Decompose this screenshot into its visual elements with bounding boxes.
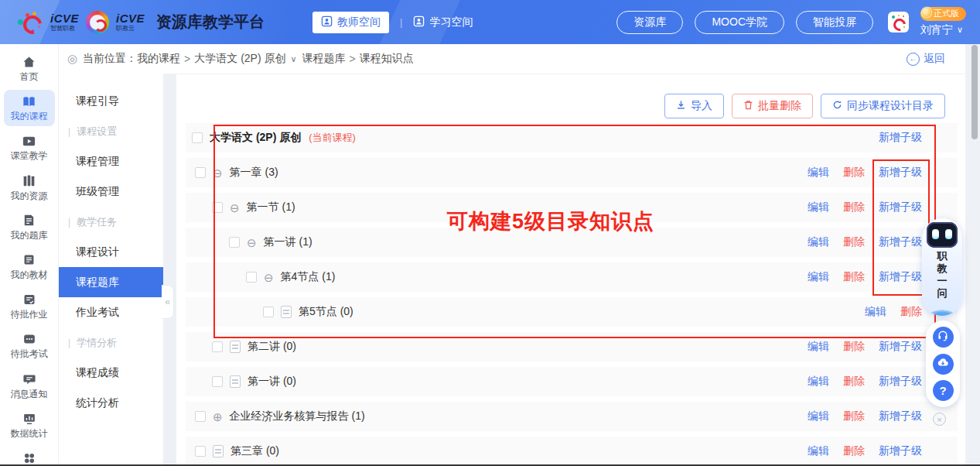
row-action-delete[interactable]: 删除	[900, 305, 922, 319]
sidebar-item-messages[interactable]: 消息通知	[4, 368, 55, 404]
row-checkbox[interactable]	[212, 341, 223, 352]
row-action-edit[interactable]: 编辑	[808, 375, 829, 389]
assistant-widget[interactable]: 职教一问	[922, 218, 962, 316]
download-button[interactable]	[933, 354, 954, 375]
icve-app-icon[interactable]	[888, 12, 909, 33]
row-checkbox[interactable]	[246, 272, 257, 283]
customer-service-button[interactable]	[933, 327, 954, 348]
brand1-text: iCVE 智慧职教	[50, 12, 79, 32]
row-action-add[interactable]: 新增子级	[879, 444, 922, 458]
row-action-delete[interactable]: 删除	[843, 444, 865, 458]
row-action-edit[interactable]: 编辑	[865, 305, 886, 319]
header-pill[interactable]: 智能投屏	[796, 11, 873, 34]
sidebar-item-my-courses[interactable]: 我的课程	[4, 90, 55, 126]
row-actions: 编辑删除新增子级	[808, 340, 922, 354]
collapse-toggle-icon[interactable]	[213, 167, 223, 179]
sidebar-item-home[interactable]: 首页	[4, 50, 55, 87]
header-pill[interactable]: 资源库	[616, 11, 683, 34]
row-action-edit[interactable]: 编辑	[808, 409, 829, 423]
row-action-delete[interactable]: 删除	[843, 235, 865, 249]
row-action-delete[interactable]: 删除	[843, 166, 865, 180]
submenu-item-course-bank[interactable]: 课程题库	[59, 267, 163, 297]
sidebar-collapse-handle[interactable]	[162, 285, 174, 319]
row-action-edit[interactable]: 编辑	[808, 200, 829, 214]
row-checkbox[interactable]	[195, 411, 206, 422]
user-area[interactable]: 正式版 刘宵宁	[920, 7, 966, 36]
sidebar-item-my-resources[interactable]: 我的资源	[4, 170, 55, 206]
row-checkbox[interactable]	[195, 446, 206, 457]
breadcrumb-caret-down-icon[interactable]	[291, 54, 297, 64]
space-switcher: 教师空间 学习空间	[312, 12, 473, 33]
breadcrumb-segment[interactable]: 大学语文 (2P) 原创	[194, 52, 285, 66]
row-action-edit[interactable]: 编辑	[808, 444, 829, 458]
student-space-tab[interactable]: 学习空间	[413, 15, 473, 29]
row-actions: 编辑删除新增子级	[808, 375, 922, 389]
help-button[interactable]	[933, 380, 954, 401]
row-checkbox[interactable]	[229, 237, 240, 248]
submenu-item-class-manage[interactable]: 班级管理	[59, 176, 163, 207]
submenu-item-course-manage[interactable]: 课程管理	[59, 146, 163, 176]
row-action-add[interactable]: 新增子级	[879, 235, 922, 249]
sync-directory-label: 同步课程设计目录	[847, 99, 934, 113]
row-action-add[interactable]: 新增子级	[879, 200, 922, 214]
back-button[interactable]: 返回	[907, 52, 945, 66]
sidebar-item-homework[interactable]: 待批作业	[4, 288, 55, 324]
batch-delete-button[interactable]: 批量删除	[732, 94, 813, 118]
row-action-edit[interactable]: 编辑	[808, 235, 829, 249]
sidebar-item-label: 消息通知	[11, 389, 48, 399]
sidebar-item-classroom[interactable]: 课堂教学	[4, 129, 55, 166]
breadcrumb-segment[interactable]: 我的课程	[137, 52, 180, 66]
row-action-delete[interactable]: 删除	[843, 375, 865, 389]
collapse-toggle-icon[interactable]	[264, 272, 274, 283]
collapse-toggle-icon[interactable]	[247, 237, 257, 248]
row-action-edit[interactable]: 编辑	[808, 270, 829, 284]
submenu-section-teaching-tasks: 教学任务	[59, 207, 163, 237]
top-header: iCVE 智慧职教 iCVE 职教云 资源库教学平台 教师空间 学习空间 资源库…	[0, 0, 980, 44]
row-action-add[interactable]: 新增子级	[879, 270, 922, 284]
sync-directory-button[interactable]: 同步课程设计目录	[821, 94, 945, 118]
submenu-item-homework-exam[interactable]: 作业考试	[59, 297, 163, 327]
row-action-delete[interactable]: 删除	[843, 200, 865, 214]
expand-toggle-icon[interactable]	[213, 411, 223, 423]
row-action-add[interactable]: 新增子级	[879, 131, 922, 145]
import-button[interactable]: 导入	[664, 94, 724, 118]
row-actions: 编辑删除新增子级	[808, 409, 922, 423]
row-action-edit[interactable]: 编辑	[808, 166, 829, 180]
row-checkbox[interactable]	[263, 307, 274, 317]
row-action-add[interactable]: 新增子级	[879, 409, 922, 423]
tree-node-label: 第二讲 (0)	[248, 340, 296, 354]
scrollbar-thumb[interactable]	[971, 45, 978, 139]
sidebar-item-my-bank[interactable]: 我的题库	[4, 209, 55, 245]
breadcrumb-segment[interactable]: 课程题库	[302, 52, 346, 66]
tree-row: 第三章 (0)编辑删除新增子级	[186, 437, 958, 466]
row-action-add[interactable]: 新增子级	[879, 340, 922, 354]
row-action-delete[interactable]: 删除	[843, 340, 865, 354]
row-checkbox[interactable]	[212, 376, 223, 387]
widget-close-icon[interactable]	[933, 413, 946, 426]
header-pill[interactable]: MOOC学院	[695, 11, 784, 34]
row-checkbox[interactable]	[195, 167, 206, 178]
row-action-add[interactable]: 新增子级	[879, 166, 922, 180]
row-action-delete[interactable]: 删除	[843, 270, 865, 284]
submenu-item-stat-analysis[interactable]: 统计分析	[59, 388, 163, 418]
sidebar-item-third-party[interactable]: 第三方应用	[4, 447, 55, 466]
row-action-edit[interactable]: 编辑	[808, 340, 829, 354]
course-submenu: 课程引导课程设置课程管理班级管理教学任务课程设计课程题库作业考试学情分析课程成绩…	[58, 74, 163, 466]
sidebar-item-exams[interactable]: 待批考试	[4, 327, 55, 364]
row-action-add[interactable]: 新增子级	[879, 375, 922, 389]
homework-icon	[22, 292, 37, 307]
sidebar-item-my-textbook[interactable]: 我的教材	[4, 248, 55, 285]
breadcrumb-segment[interactable]: 课程知识点	[360, 52, 414, 66]
row-checkbox[interactable]	[192, 132, 203, 143]
row-checkbox[interactable]	[212, 202, 223, 213]
teacher-space-tab[interactable]: 教师空间	[312, 12, 389, 33]
row-actions: 编辑删除新增子级	[808, 166, 922, 180]
import-label: 导入	[691, 99, 712, 113]
tree-row: 大学语文 (2P) 原创(当前课程)新增子级	[186, 123, 958, 152]
submenu-item-course-grades[interactable]: 课程成绩	[59, 358, 163, 388]
row-action-delete[interactable]: 删除	[843, 409, 865, 423]
submenu-item-course-guide[interactable]: 课程引导	[59, 86, 163, 116]
sidebar-item-stats[interactable]: 数据统计	[4, 407, 55, 444]
submenu-item-course-design[interactable]: 课程设计	[59, 237, 163, 267]
collapse-toggle-icon[interactable]	[230, 202, 240, 214]
